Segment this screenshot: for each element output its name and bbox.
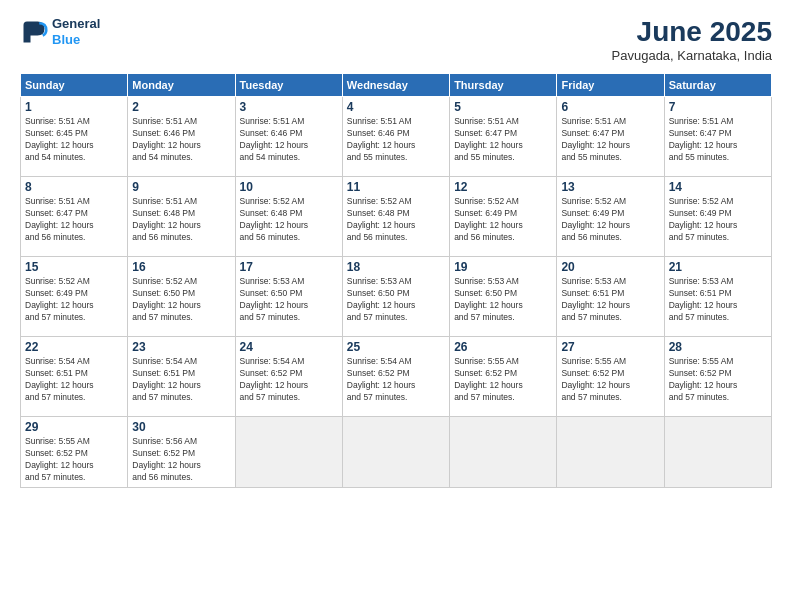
day-cell-7: 7 Sunrise: 5:51 AMSunset: 6:47 PMDayligh… <box>664 97 771 177</box>
day-cell-17: 17 Sunrise: 5:53 AMSunset: 6:50 PMDaylig… <box>235 257 342 337</box>
day-cell-12: 12 Sunrise: 5:52 AMSunset: 6:49 PMDaylig… <box>450 177 557 257</box>
day-cell-5: 5 Sunrise: 5:51 AMSunset: 6:47 PMDayligh… <box>450 97 557 177</box>
day-cell-6: 6 Sunrise: 5:51 AMSunset: 6:47 PMDayligh… <box>557 97 664 177</box>
day-cell-empty-5 <box>664 417 771 488</box>
day-cell-1: 1 Sunrise: 5:51 AMSunset: 6:45 PMDayligh… <box>21 97 128 177</box>
day-cell-26: 26 Sunrise: 5:55 AMSunset: 6:52 PMDaylig… <box>450 337 557 417</box>
logo-text: General Blue <box>52 16 100 47</box>
month-title: June 2025 <box>612 16 772 48</box>
day-cell-29: 29 Sunrise: 5:55 AMSunset: 6:52 PMDaylig… <box>21 417 128 488</box>
logo-icon <box>20 18 48 46</box>
day-cell-24: 24 Sunrise: 5:54 AMSunset: 6:52 PMDaylig… <box>235 337 342 417</box>
day-cell-21: 21 Sunrise: 5:53 AMSunset: 6:51 PMDaylig… <box>664 257 771 337</box>
day-cell-23: 23 Sunrise: 5:54 AMSunset: 6:51 PMDaylig… <box>128 337 235 417</box>
day-cell-19: 19 Sunrise: 5:53 AMSunset: 6:50 PMDaylig… <box>450 257 557 337</box>
day-cell-22: 22 Sunrise: 5:54 AMSunset: 6:51 PMDaylig… <box>21 337 128 417</box>
day-cell-10: 10 Sunrise: 5:52 AMSunset: 6:48 PMDaylig… <box>235 177 342 257</box>
col-friday: Friday <box>557 74 664 97</box>
page: General Blue June 2025 Pavugada, Karnata… <box>0 0 792 612</box>
day-cell-18: 18 Sunrise: 5:53 AMSunset: 6:50 PMDaylig… <box>342 257 449 337</box>
calendar-table: Sunday Monday Tuesday Wednesday Thursday… <box>20 73 772 488</box>
col-sunday: Sunday <box>21 74 128 97</box>
day-cell-15: 15 Sunrise: 5:52 AMSunset: 6:49 PMDaylig… <box>21 257 128 337</box>
week-row-4: 22 Sunrise: 5:54 AMSunset: 6:51 PMDaylig… <box>21 337 772 417</box>
day-cell-3: 3 Sunrise: 5:51 AMSunset: 6:46 PMDayligh… <box>235 97 342 177</box>
week-row-3: 15 Sunrise: 5:52 AMSunset: 6:49 PMDaylig… <box>21 257 772 337</box>
day-cell-25: 25 Sunrise: 5:54 AMSunset: 6:52 PMDaylig… <box>342 337 449 417</box>
day-cell-4: 4 Sunrise: 5:51 AMSunset: 6:46 PMDayligh… <box>342 97 449 177</box>
day-cell-2: 2 Sunrise: 5:51 AMSunset: 6:46 PMDayligh… <box>128 97 235 177</box>
day-cell-11: 11 Sunrise: 5:52 AMSunset: 6:48 PMDaylig… <box>342 177 449 257</box>
week-row-1: 1 Sunrise: 5:51 AMSunset: 6:45 PMDayligh… <box>21 97 772 177</box>
day-cell-empty-4 <box>557 417 664 488</box>
day-cell-16: 16 Sunrise: 5:52 AMSunset: 6:50 PMDaylig… <box>128 257 235 337</box>
day-cell-empty-3 <box>450 417 557 488</box>
day-cell-empty-2 <box>342 417 449 488</box>
week-row-5: 29 Sunrise: 5:55 AMSunset: 6:52 PMDaylig… <box>21 417 772 488</box>
col-wednesday: Wednesday <box>342 74 449 97</box>
col-saturday: Saturday <box>664 74 771 97</box>
week-row-2: 8 Sunrise: 5:51 AMSunset: 6:47 PMDayligh… <box>21 177 772 257</box>
day-cell-27: 27 Sunrise: 5:55 AMSunset: 6:52 PMDaylig… <box>557 337 664 417</box>
title-area: June 2025 Pavugada, Karnataka, India <box>612 16 772 63</box>
day-cell-13: 13 Sunrise: 5:52 AMSunset: 6:49 PMDaylig… <box>557 177 664 257</box>
day-cell-8: 8 Sunrise: 5:51 AMSunset: 6:47 PMDayligh… <box>21 177 128 257</box>
day-cell-20: 20 Sunrise: 5:53 AMSunset: 6:51 PMDaylig… <box>557 257 664 337</box>
day-cell-empty-1 <box>235 417 342 488</box>
col-thursday: Thursday <box>450 74 557 97</box>
day-cell-14: 14 Sunrise: 5:52 AMSunset: 6:49 PMDaylig… <box>664 177 771 257</box>
logo: General Blue <box>20 16 100 47</box>
col-monday: Monday <box>128 74 235 97</box>
day-cell-28: 28 Sunrise: 5:55 AMSunset: 6:52 PMDaylig… <box>664 337 771 417</box>
day-cell-30: 30 Sunrise: 5:56 AMSunset: 6:52 PMDaylig… <box>128 417 235 488</box>
location: Pavugada, Karnataka, India <box>612 48 772 63</box>
header: General Blue June 2025 Pavugada, Karnata… <box>20 16 772 63</box>
calendar-header-row: Sunday Monday Tuesday Wednesday Thursday… <box>21 74 772 97</box>
col-tuesday: Tuesday <box>235 74 342 97</box>
day-cell-9: 9 Sunrise: 5:51 AMSunset: 6:48 PMDayligh… <box>128 177 235 257</box>
